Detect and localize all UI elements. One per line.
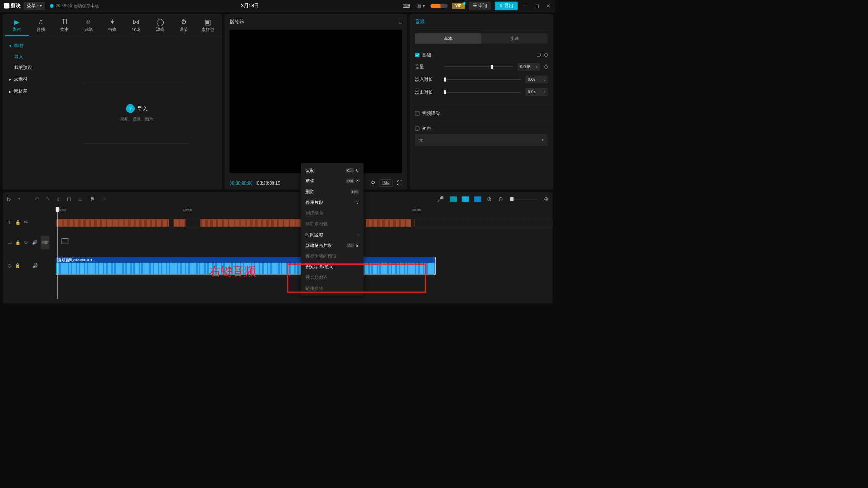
flag-icon[interactable]: ⚑ bbox=[89, 195, 96, 203]
audio-clip-label: 提取音频20230318-1 bbox=[56, 257, 435, 263]
fadein-value[interactable]: 0.0s▴▾ bbox=[525, 75, 548, 83]
speed-icon[interactable]: ▭ bbox=[77, 195, 84, 203]
ctx-delete[interactable]: 删除Del bbox=[301, 186, 363, 197]
logo-icon bbox=[4, 3, 9, 8]
player-title: 播放器 bbox=[230, 19, 244, 25]
keyframe-icon[interactable] bbox=[543, 53, 548, 58]
volume-slider[interactable] bbox=[444, 66, 513, 67]
keyboard-icon[interactable]: ⌨ bbox=[401, 3, 411, 8]
package-icon: ▣ bbox=[204, 18, 211, 26]
eye-icon[interactable]: 👁 bbox=[24, 220, 29, 225]
pointer-tool-icon[interactable]: ▷ bbox=[6, 195, 13, 203]
sidebar-library[interactable]: ▸素材库 bbox=[2, 85, 51, 97]
nav-effect[interactable]: ✦特效 bbox=[100, 16, 124, 36]
nav-text[interactable]: TI文本 bbox=[53, 16, 77, 36]
ctx-cut[interactable]: 剪切CtrlX bbox=[301, 176, 363, 186]
close-icon[interactable]: ✕ bbox=[545, 3, 552, 8]
sidebar-import[interactable]: 导入 bbox=[2, 51, 51, 62]
ratio-select[interactable]: 适应 bbox=[379, 179, 393, 187]
menu-button[interactable]: 菜单•▾ bbox=[23, 2, 45, 10]
fadeout-value[interactable]: 0.0s▴▾ bbox=[525, 88, 548, 96]
flag2-icon[interactable]: ⚐ bbox=[101, 195, 108, 203]
import-dropzone[interactable]: + 导入 视频、音频、图片 bbox=[83, 83, 191, 144]
zoom-out-icon[interactable]: ⊖ bbox=[497, 195, 504, 203]
sticker-icon: ☺ bbox=[85, 18, 92, 26]
audio-icon: ♫ bbox=[38, 18, 43, 26]
export-button[interactable]: ⇧导出 bbox=[495, 2, 518, 10]
nav-filter[interactable]: ◯滤镜 bbox=[148, 16, 172, 36]
crop-icon[interactable]: ◻ bbox=[66, 195, 72, 203]
import-label: 导入 bbox=[138, 105, 148, 112]
nav-sticker[interactable]: ☺贴纸 bbox=[77, 16, 101, 36]
ctx-compound[interactable]: 新建复合片段AltG bbox=[301, 240, 363, 251]
tool-dropdown-icon[interactable]: ▾ bbox=[17, 196, 21, 202]
layout-icon[interactable]: ▥ ▾ bbox=[415, 3, 426, 8]
redo-icon[interactable]: ↷ bbox=[44, 195, 51, 203]
chip-1-icon[interactable] bbox=[450, 196, 457, 202]
eye-icon[interactable]: 👁 bbox=[24, 240, 29, 245]
sidebar-preset[interactable]: 我的预设 bbox=[2, 62, 51, 73]
tab-basic[interactable]: 基本 bbox=[415, 33, 481, 44]
nav-package[interactable]: ▣素材包 bbox=[196, 16, 220, 36]
maximize-icon[interactable]: ▢ bbox=[533, 3, 541, 8]
voicechange-label: 变声 bbox=[422, 125, 431, 132]
lock-icon[interactable]: 🔒 bbox=[15, 240, 21, 245]
plus-icon: + bbox=[126, 104, 135, 113]
align-icon[interactable]: ⊕ bbox=[486, 195, 493, 203]
keyframe-icon[interactable] bbox=[543, 64, 548, 69]
player-menu-icon[interactable]: ≡ bbox=[399, 19, 402, 26]
denoise-checkbox[interactable] bbox=[415, 111, 420, 116]
filter-icon: ◯ bbox=[156, 18, 164, 26]
sidebar-local[interactable]: ▾本地 bbox=[2, 39, 51, 51]
fadeout-slider[interactable] bbox=[444, 92, 521, 93]
nav-audio[interactable]: ♫音频 bbox=[29, 16, 53, 36]
properties-panel: 音频 基本 变速 基础 音量 0.0dB▴▾ 淡入时长 0.0s▴▾ 淡出时长 bbox=[410, 14, 553, 190]
ctx-disable[interactable]: 停用片段V bbox=[301, 197, 363, 208]
media-icon: ▶ bbox=[14, 18, 19, 26]
zoom-slider[interactable] bbox=[509, 199, 538, 200]
minimize-icon[interactable]: — bbox=[521, 3, 529, 9]
chip-2-icon[interactable] bbox=[462, 196, 469, 202]
voicechange-checkbox[interactable] bbox=[415, 127, 420, 131]
ctx-savepreset: 保存为我的预设 bbox=[301, 251, 363, 262]
sidebar-cloud[interactable]: ▸云素材 bbox=[2, 73, 51, 85]
cover-button[interactable]: 封面 bbox=[41, 236, 49, 249]
volume-value[interactable]: 0.0dB▴▾ bbox=[518, 63, 540, 71]
timeline-panel: ▷ ▾ ↶ ↷ ⎀ ◻ ▭ ⚑ ⚐ 🎤 ⊕ ⊖ ⊕ TI🔒👁 ▭🔒👁🔊封面 ⊘🔒… bbox=[0, 192, 556, 307]
project-title: 3月18日 bbox=[102, 2, 399, 9]
speaker-icon[interactable]: 🔊 bbox=[32, 240, 37, 245]
ctx-timerange[interactable]: 时间区域› bbox=[301, 230, 363, 240]
nav-transition[interactable]: ⋈转场 bbox=[124, 16, 148, 36]
speaker-icon[interactable]: 🔊 bbox=[32, 263, 38, 269]
video-clip-placeholder[interactable] bbox=[61, 238, 68, 244]
mic-icon[interactable]: 🎤 bbox=[436, 195, 445, 203]
reset-icon[interactable] bbox=[537, 53, 541, 57]
nav-media[interactable]: ▶媒体 bbox=[5, 16, 29, 36]
denoise-label: 音频降噪 bbox=[422, 110, 440, 117]
split-icon[interactable]: ⎀ bbox=[56, 195, 61, 203]
player-viewport[interactable] bbox=[230, 30, 402, 173]
chevron-right-icon: › bbox=[357, 232, 359, 237]
fullscreen-icon[interactable]: ⛶ bbox=[397, 180, 402, 186]
text-track-header[interactable]: TI🔒👁 bbox=[3, 214, 54, 231]
lock-icon[interactable]: 🔒 bbox=[15, 220, 21, 225]
lock-icon[interactable]: 🔒 bbox=[15, 263, 20, 269]
voicechange-select[interactable]: 无▾ bbox=[415, 134, 548, 146]
nav-adjust[interactable]: ⚙调节 bbox=[172, 16, 196, 36]
vip-badge[interactable]: VIP bbox=[452, 3, 465, 9]
import-hint: 视频、音频、图片 bbox=[120, 116, 153, 122]
zoom-in-icon[interactable]: ⊕ bbox=[543, 195, 549, 203]
audio-track-header[interactable]: ⊘🔒🔊 bbox=[3, 254, 54, 278]
review-button[interactable]: ☰审阅 bbox=[469, 2, 491, 10]
undo-icon[interactable]: ↶ bbox=[33, 195, 40, 203]
duration: 00:29:38:15 bbox=[257, 181, 280, 186]
video-track-header[interactable]: ▭🔒👁🔊封面 bbox=[3, 231, 54, 254]
ctx-copy[interactable]: 复制CtrlC bbox=[301, 165, 363, 176]
zoom-icon[interactable]: ⚲ bbox=[371, 180, 375, 186]
playhead-line bbox=[57, 211, 58, 299]
fadein-slider[interactable] bbox=[444, 79, 521, 80]
tab-speed[interactable]: 变速 bbox=[481, 33, 548, 44]
text-icon: TI bbox=[61, 18, 68, 26]
basic-checkbox[interactable] bbox=[415, 53, 420, 57]
chip-3-icon[interactable] bbox=[474, 196, 481, 202]
